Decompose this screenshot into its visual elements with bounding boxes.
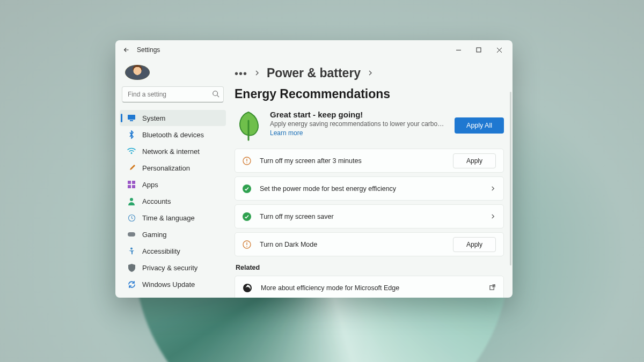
scrollbar[interactable] bbox=[510, 92, 511, 265]
warning-circle-icon bbox=[243, 157, 251, 165]
breadcrumb: ••• Power & battery Energy Recommendatio… bbox=[235, 66, 504, 101]
svg-point-24 bbox=[246, 246, 247, 247]
shield-icon bbox=[127, 263, 136, 272]
open-external-icon bbox=[489, 283, 496, 293]
apps-icon bbox=[127, 180, 136, 189]
recommendation-item[interactable]: Set the power mode for best energy effic… bbox=[235, 176, 504, 201]
sidebar-item-system[interactable]: System bbox=[120, 110, 226, 126]
sidebar-item-network-internet[interactable]: Network & internet bbox=[120, 143, 226, 159]
sidebar-item-label: Network & internet bbox=[142, 147, 200, 156]
sidebar-item-label: Gaming bbox=[142, 231, 167, 239]
sidebar-item-windows-update[interactable]: Windows Update bbox=[120, 276, 226, 292]
svg-rect-7 bbox=[130, 120, 133, 121]
window-title: Settings bbox=[137, 46, 160, 54]
paintbrush-icon bbox=[127, 164, 136, 172]
bluetooth-icon bbox=[127, 130, 136, 139]
svg-rect-1 bbox=[477, 48, 481, 52]
svg-rect-10 bbox=[128, 185, 131, 188]
svg-rect-6 bbox=[128, 115, 135, 120]
svg-point-19 bbox=[246, 162, 247, 163]
sidebar-nav: SystemBluetooth & devicesNetwork & inter… bbox=[120, 110, 226, 292]
svg-point-12 bbox=[130, 198, 133, 201]
learn-more-link[interactable]: Learn more bbox=[270, 129, 303, 137]
apply-button[interactable]: Apply bbox=[453, 153, 496, 168]
recommendation-item: Turn on Dark ModeApply bbox=[235, 232, 504, 256]
sidebar-item-label: Accessibility bbox=[142, 247, 180, 255]
sidebar-item-personalization[interactable]: Personalization bbox=[120, 160, 226, 176]
chevron-right-icon bbox=[490, 184, 496, 194]
globe-clock-icon bbox=[127, 213, 136, 222]
person-icon bbox=[127, 197, 136, 205]
chevron-right-icon bbox=[490, 212, 496, 221]
apply-all-button[interactable]: Apply All bbox=[455, 117, 504, 134]
svg-rect-8 bbox=[128, 181, 131, 184]
sidebar-item-label: Personalization bbox=[142, 164, 190, 172]
apply-button[interactable]: Apply bbox=[453, 237, 496, 252]
search-field-wrap bbox=[122, 86, 224, 102]
chevron-right-icon bbox=[254, 69, 260, 78]
sidebar: SystemBluetooth & devicesNetwork & inter… bbox=[115, 60, 229, 298]
user-avatar[interactable] bbox=[125, 65, 150, 80]
recommendation-label: Turn off my screen saver bbox=[260, 213, 481, 220]
minimize-button[interactable] bbox=[448, 42, 469, 57]
recommendation-item[interactable]: Turn off my screen saver bbox=[235, 204, 504, 228]
sidebar-item-label: Windows Update bbox=[142, 280, 195, 289]
search-input[interactable] bbox=[122, 86, 224, 102]
sidebar-item-bluetooth-devices[interactable]: Bluetooth & devices bbox=[120, 127, 226, 143]
leaf-icon bbox=[235, 110, 262, 141]
sidebar-item-label: Privacy & security bbox=[142, 264, 197, 272]
sidebar-item-time-language[interactable]: Time & language bbox=[120, 210, 226, 226]
maximize-button[interactable] bbox=[469, 42, 489, 57]
related-item-edge[interactable]: More about efficiency mode for Microsoft… bbox=[235, 276, 504, 298]
sidebar-item-label: Accounts bbox=[142, 197, 171, 205]
hero-subtitle: Apply energy saving recommendations to l… bbox=[270, 120, 447, 128]
svg-point-4 bbox=[213, 91, 218, 96]
sidebar-item-accessibility[interactable]: Accessibility bbox=[120, 243, 226, 259]
display-icon bbox=[127, 114, 136, 122]
sidebar-item-label: System bbox=[142, 114, 165, 122]
sidebar-item-label: Bluetooth & devices bbox=[142, 131, 204, 139]
svg-point-15 bbox=[130, 247, 133, 249]
gamepad-icon bbox=[127, 230, 136, 239]
chevron-right-icon bbox=[367, 69, 374, 78]
sidebar-item-apps[interactable]: Apps bbox=[120, 176, 226, 193]
warning-circle-icon bbox=[243, 240, 251, 249]
recommendation-label: Set the power mode for best energy effic… bbox=[260, 185, 481, 193]
breadcrumb-current: Energy Recommendations bbox=[235, 87, 390, 101]
svg-line-5 bbox=[217, 95, 219, 98]
sidebar-item-gaming[interactable]: Gaming bbox=[120, 226, 226, 242]
main-content: ••• Power & battery Energy Recommendatio… bbox=[229, 60, 513, 298]
recommendation-label: Turn on Dark Mode bbox=[260, 241, 444, 248]
breadcrumb-parent[interactable]: Power & battery bbox=[267, 66, 361, 80]
title-bar: Settings bbox=[115, 40, 513, 60]
wifi-icon bbox=[127, 147, 136, 156]
checkmark-circle-icon bbox=[243, 212, 251, 221]
related-heading: Related bbox=[236, 264, 504, 271]
sidebar-item-label: Time & language bbox=[142, 214, 195, 222]
svg-rect-14 bbox=[128, 232, 135, 237]
related-item-label: More about efficiency mode for Microsoft… bbox=[261, 284, 480, 292]
svg-rect-9 bbox=[132, 181, 135, 184]
recommendation-item: Turn off my screen after 3 minutesApply bbox=[235, 149, 504, 173]
accessibility-icon bbox=[127, 247, 136, 255]
svg-rect-11 bbox=[132, 185, 135, 188]
search-icon bbox=[212, 90, 219, 100]
sidebar-item-privacy-security[interactable]: Privacy & security bbox=[120, 260, 226, 276]
sidebar-item-label: Apps bbox=[142, 181, 158, 189]
edge-icon bbox=[243, 283, 252, 293]
breadcrumb-overflow[interactable]: ••• bbox=[235, 68, 247, 79]
sidebar-item-accounts[interactable]: Accounts bbox=[120, 193, 226, 209]
recommendation-label: Turn off my screen after 3 minutes bbox=[260, 157, 444, 165]
window-controls bbox=[448, 42, 509, 57]
update-icon bbox=[127, 280, 136, 289]
back-button[interactable] bbox=[122, 45, 131, 55]
hero-banner: Great start - keep going! Apply energy s… bbox=[235, 109, 504, 149]
checkmark-circle-icon bbox=[243, 184, 251, 193]
hero-title: Great start - keep going! bbox=[270, 110, 447, 119]
close-button[interactable] bbox=[489, 42, 509, 57]
settings-window: Settings SystemBluetooth & devicesNetwor… bbox=[115, 40, 513, 298]
